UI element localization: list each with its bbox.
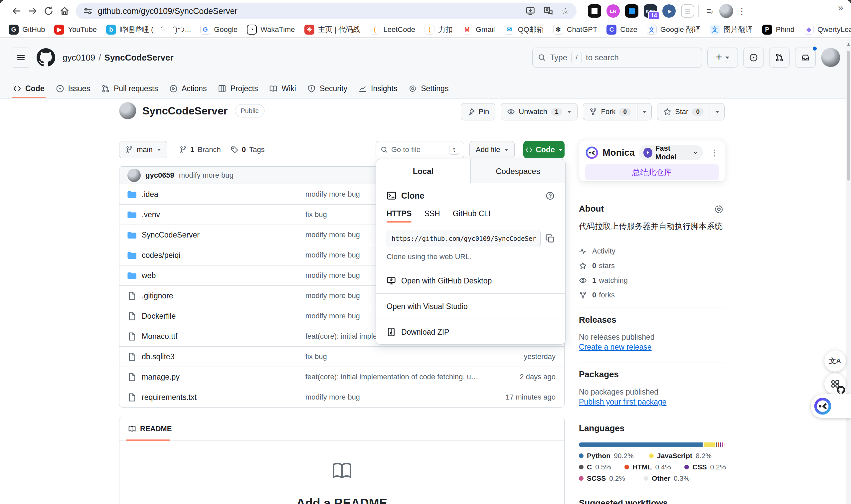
ext-clipboard-icon[interactable]: [681, 4, 694, 18]
breadcrumb-owner[interactable]: gyc0109: [62, 53, 95, 63]
tab-security[interactable]: Security: [302, 79, 353, 98]
bookmark-item[interactable]: ▶ YouTube: [54, 24, 96, 35]
dropdown-tab-codespaces[interactable]: Codespaces: [470, 159, 565, 183]
tab-pull-requests[interactable]: Pull requests: [96, 79, 164, 98]
activity-link[interactable]: Activity: [579, 244, 628, 258]
file-commit-message[interactable]: feat(core): initial implementation of co…: [305, 373, 481, 381]
bookmark-star-icon[interactable]: ☆: [562, 7, 569, 15]
bookmark-item[interactable]: ✳ 主页 | 代码战: [304, 24, 361, 35]
monica-kebab-menu[interactable]: ⋮: [710, 148, 719, 158]
tab-issues[interactable]: Issues: [50, 79, 96, 98]
pin-button[interactable]: Pin: [461, 103, 496, 121]
file-name[interactable]: web: [142, 271, 156, 280]
go-to-file-input[interactable]: [391, 145, 446, 154]
bookmark-item[interactable]: ◆ QwertyLearner: [804, 24, 851, 35]
file-name[interactable]: .idea: [142, 190, 158, 199]
language-bar[interactable]: [579, 443, 725, 447]
file-commit-message[interactable]: fix bug: [305, 352, 481, 361]
file-name[interactable]: SyncCodeServer: [142, 231, 200, 239]
forward-button[interactable]: [24, 3, 41, 19]
url-text[interactable]: github.com/gyc0109/SyncCodeServer: [98, 6, 237, 16]
bookmark-item[interactable]: P Phind: [762, 24, 794, 35]
help-icon[interactable]: [546, 191, 555, 200]
reading-list-icon[interactable]: ≡♪: [703, 3, 717, 19]
file-name[interactable]: Monaco.ttf: [142, 332, 177, 341]
language-legend-item[interactable]: HTML0.4%: [624, 463, 671, 471]
repo-owner-avatar[interactable]: [119, 102, 137, 120]
inbox-button[interactable]: [795, 48, 816, 68]
publish-package-link[interactable]: Publish your first package: [579, 398, 666, 407]
page-scrollbar[interactable]: ▲: [846, 39, 851, 504]
clone-url-input[interactable]: [386, 230, 541, 247]
go-to-file-box[interactable]: t: [376, 141, 464, 158]
bookmark-item[interactable]: C Coze: [606, 24, 637, 35]
hamburger-menu-button[interactable]: [11, 48, 31, 68]
commit-author[interactable]: gyc0659: [145, 171, 174, 180]
file-name[interactable]: .gitignore: [142, 291, 173, 301]
ext-cursor-icon[interactable]: ▲: [663, 4, 676, 18]
reload-button[interactable]: [41, 3, 57, 19]
tab-code[interactable]: Code: [7, 79, 50, 98]
breadcrumb-repo[interactable]: SyncCodeServer: [105, 53, 174, 63]
language-legend-item[interactable]: SCSS0.2%: [579, 474, 625, 482]
readme-tab[interactable]: README: [128, 425, 172, 433]
file-name[interactable]: .venv: [142, 210, 160, 219]
bookmark-item[interactable]: b 哔哩哔哩 ( ゜- ゜)つ...: [106, 24, 191, 35]
bookmark-item[interactable]: G GitHub: [8, 24, 45, 35]
global-search-input[interactable]: Type / to search: [532, 48, 702, 68]
browser-profile-avatar[interactable]: [719, 4, 733, 18]
ext-aws-icon[interactable]: aws14: [644, 4, 657, 18]
translate-page-icon[interactable]: [544, 6, 553, 16]
language-legend-item[interactable]: Python90.2%: [579, 452, 634, 460]
tags-link[interactable]: 0Tags: [231, 145, 265, 154]
tab-projects[interactable]: Projects: [212, 79, 264, 98]
file-name[interactable]: db.sqlite3: [142, 352, 174, 361]
back-button[interactable]: [8, 3, 24, 19]
scrollbar-up-arrow[interactable]: ▲: [846, 41, 851, 47]
tab-wiki[interactable]: Wiki: [264, 79, 302, 98]
copy-icon[interactable]: [545, 234, 555, 243]
tab-insights[interactable]: Insights: [353, 79, 403, 98]
ext-lr-icon[interactable]: LR: [606, 4, 620, 18]
bookmark-item[interactable]: 文 Google 翻译: [647, 24, 701, 35]
github-logo[interactable]: [37, 48, 55, 67]
monica-model-selector[interactable]: Fast Model: [639, 145, 703, 160]
protocol-tab-https[interactable]: HTTPS: [386, 209, 412, 218]
protocol-tab-ssh[interactable]: SSH: [424, 209, 440, 218]
bookmark-item[interactable]: ⟨ LeetCode: [370, 24, 415, 35]
file-commit-date[interactable]: 17 minutes ago: [506, 393, 556, 401]
language-legend-item[interactable]: C0.5%: [579, 463, 611, 471]
fork-dropdown-caret[interactable]: [637, 103, 652, 121]
monica-float-button[interactable]: [811, 394, 851, 418]
tab-settings[interactable]: Settings: [403, 79, 454, 98]
create-new-button[interactable]: +: [707, 48, 738, 68]
bookmark-item[interactable]: G Google: [200, 24, 237, 35]
float-translate-button[interactable]: 文A: [825, 350, 846, 372]
commit-author-avatar[interactable]: [127, 169, 141, 182]
language-legend-item[interactable]: CSS0.2%: [684, 463, 726, 471]
star-button[interactable]: Star 0: [657, 103, 710, 121]
dropdown-tab-local[interactable]: Local: [376, 159, 470, 183]
monica-summarize-button[interactable]: 总结此仓库: [585, 164, 719, 180]
watching-link[interactable]: 1watching: [579, 273, 628, 288]
address-bar[interactable]: github.com/gyc0109/SyncCodeServer ☆: [76, 3, 577, 19]
ext-reader-icon[interactable]: [588, 4, 601, 18]
bookmark-item[interactable]: 文 图片翻译: [710, 24, 753, 35]
repo-title[interactable]: SyncCodeServer: [142, 105, 228, 117]
ext-blue-icon[interactable]: [625, 4, 638, 18]
bookmarks-overflow-chevron[interactable]: »: [830, 0, 851, 15]
language-legend-item[interactable]: JavaScript8.2%: [649, 452, 712, 460]
github-user-avatar[interactable]: [821, 48, 840, 67]
stars-link[interactable]: 0stars: [579, 258, 628, 273]
table-row[interactable]: manage.py feat(core): initial implementa…: [120, 366, 564, 387]
bookmark-item[interactable]: ◔ WakaTime: [247, 24, 295, 35]
download-zip-item[interactable]: Download ZIP: [376, 319, 565, 345]
file-name[interactable]: codes/peiqi: [142, 251, 180, 260]
float-extension-grid-button[interactable]: [825, 373, 846, 395]
fork-button[interactable]: Fork 0: [583, 103, 637, 121]
table-row[interactable]: requirements.txt modify more bug 17 minu…: [120, 387, 564, 407]
bookmark-item[interactable]: ⟨ 力扣: [424, 24, 453, 35]
site-settings-icon[interactable]: [83, 6, 92, 16]
table-row[interactable]: db.sqlite3 fix bug yesterday: [120, 346, 564, 366]
tab-actions[interactable]: Actions: [164, 79, 212, 98]
